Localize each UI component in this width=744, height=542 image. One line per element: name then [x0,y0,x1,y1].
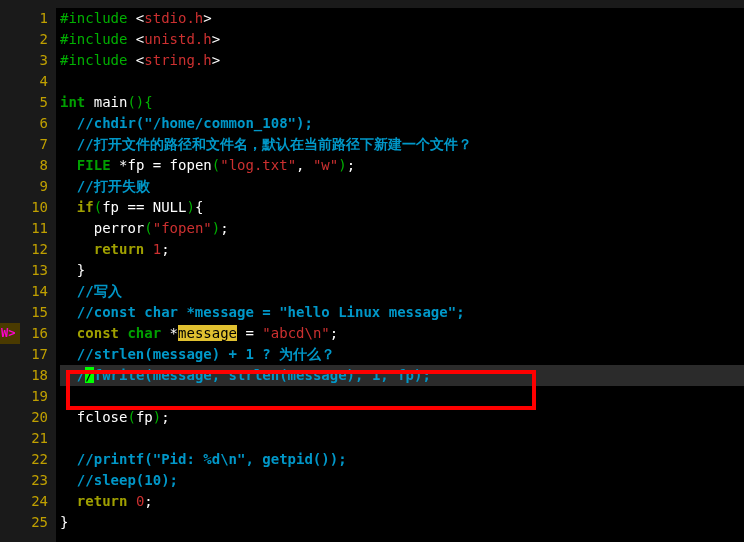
code-token: 1 [153,241,161,257]
gutter-cell [0,260,20,281]
code-token [60,346,77,362]
code-line[interactable]: //chdir("/home/common_108"); [60,113,744,134]
code-token: = [153,157,170,173]
line-number: 4 [20,71,48,92]
code-line[interactable]: return 0; [60,491,744,512]
code-token [60,451,77,467]
line-number: 19 [20,386,48,407]
code-token: char [127,325,169,341]
code-token [60,283,77,299]
code-line[interactable] [60,71,744,92]
code-token: stdio.h [144,10,203,26]
code-token [60,262,77,278]
gutter-cell [0,344,20,365]
gutter-cell [0,512,20,533]
code-token: return [94,241,153,257]
title-bar [0,0,744,8]
code-token: int [60,94,94,110]
code-token: #include [60,10,136,26]
code-line[interactable]: fclose(fp); [60,407,744,428]
line-number: 12 [20,239,48,260]
code-token: ( [127,409,135,425]
gutter-cell: W> [0,323,20,344]
code-line[interactable]: //写入 [60,281,744,302]
code-line[interactable]: return 1; [60,239,744,260]
line-number: 22 [20,449,48,470]
code-token: ; [347,157,355,173]
gutter-cell [0,239,20,260]
code-token [60,115,77,131]
line-number: 13 [20,260,48,281]
gutter-cell [0,92,20,113]
line-number: 16 [20,323,48,344]
code-token: main [94,94,128,110]
gutter-cell [0,491,20,512]
code-line[interactable]: #include <string.h> [60,50,744,71]
code-token: message [178,325,237,341]
code-token: fp [136,409,153,425]
code-token: NULL [153,199,187,215]
code-token: fwrite(message, strlen(message), 1, fp); [94,367,431,383]
code-line[interactable]: } [60,260,744,281]
code-line[interactable]: //fwrite(message, strlen(message), 1, fp… [60,365,744,386]
code-token: "fopen" [153,220,212,236]
code-line[interactable] [60,428,744,449]
code-token: ( [144,220,152,236]
line-number: 11 [20,218,48,239]
code-token: string.h [144,52,211,68]
code-token: > [212,31,220,47]
code-token [60,157,77,173]
code-token: } [77,262,85,278]
code-line[interactable]: const char *message = "abcd\n"; [60,323,744,344]
line-number: 7 [20,134,48,155]
code-line[interactable]: //sleep(10); [60,470,744,491]
code-token: = [245,325,262,341]
code-line[interactable]: } [60,512,744,533]
code-token: #include [60,52,136,68]
code-token: //写入 [77,283,122,299]
code-area[interactable]: #include <stdio.h>#include <unistd.h>#in… [56,8,744,542]
code-token: //chdir("/home/common_108"); [77,115,313,131]
code-line[interactable]: FILE *fp = fopen("log.txt", "w"); [60,155,744,176]
code-token: ( [212,157,220,173]
code-token: //打开文件的路径和文件名，默认在当前路径下新建一个文件？ [77,136,472,152]
gutter-cell [0,470,20,491]
code-line[interactable]: if(fp == NULL){ [60,197,744,218]
code-line[interactable]: perror("fopen"); [60,218,744,239]
gutter-cell [0,449,20,470]
gutter-cell [0,8,20,29]
code-token: FILE [77,157,119,173]
code-token: ; [144,493,152,509]
line-number: 15 [20,302,48,323]
code-line[interactable]: //printf("Pid: %d\n", getpid()); [60,449,744,470]
code-token [60,136,77,152]
code-token: //strlen(message) + 1 ? 为什么？ [77,346,335,362]
code-line[interactable]: int main(){ [60,92,744,113]
code-token [60,409,77,425]
line-number: 17 [20,344,48,365]
code-token: const [77,325,128,341]
code-token: //打开失败 [77,178,150,194]
code-line[interactable]: //打开文件的路径和文件名，默认在当前路径下新建一个文件？ [60,134,744,155]
code-token: #include [60,31,136,47]
code-line[interactable]: //const char *message = "hello Linux mes… [60,302,744,323]
code-line[interactable]: //strlen(message) + 1 ? 为什么？ [60,344,744,365]
line-number: 20 [20,407,48,428]
gutter-cell [0,386,20,407]
code-line[interactable]: //打开失败 [60,176,744,197]
gutter-cell [0,197,20,218]
gutter-cell [0,365,20,386]
gutter-cell [0,281,20,302]
code-token: ) [212,220,220,236]
code-token: unistd.h [144,31,211,47]
code-line[interactable]: #include <unistd.h> [60,29,744,50]
gutter-cell [0,113,20,134]
line-number: 6 [20,113,48,134]
code-editor[interactable]: W> 1234567891011121314151617181920212223… [0,8,744,542]
code-line[interactable]: #include <stdio.h> [60,8,744,29]
code-line[interactable] [60,386,744,407]
code-token: "abcd\n" [262,325,329,341]
code-token [60,220,94,236]
code-token: fclose [77,409,128,425]
line-number-column: 1234567891011121314151617181920212223242… [20,8,56,542]
